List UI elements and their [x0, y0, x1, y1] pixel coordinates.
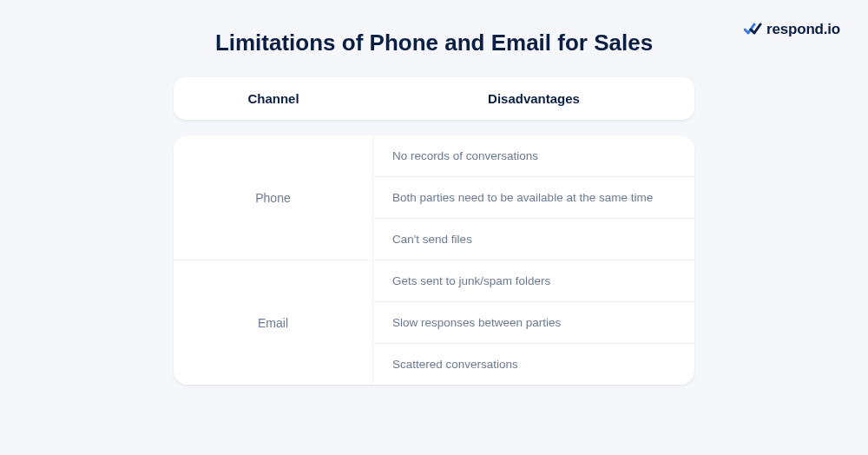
limitations-table: Channel Disadvantages Phone No records o…	[174, 77, 694, 385]
list-item: Gets sent to junk/spam folders	[373, 260, 694, 301]
header-disadvantages: Disadvantages	[373, 91, 694, 106]
table-header-row: Channel Disadvantages	[174, 77, 694, 120]
list-item: Both parties need to be available at the…	[373, 176, 694, 218]
page: Limitations of Phone and Email for Sales…	[0, 0, 868, 455]
list-item: Scattered conversations	[373, 343, 694, 385]
page-title: Limitations of Phone and Email for Sales	[215, 30, 653, 56]
table-row: Phone No records of conversations Both p…	[174, 135, 694, 260]
disadvantages-phone: No records of conversations Both parties…	[373, 135, 694, 260]
table-body: Phone No records of conversations Both p…	[174, 135, 694, 385]
channel-email: Email	[174, 260, 373, 385]
disadvantages-email: Gets sent to junk/spam folders Slow resp…	[373, 260, 694, 385]
checkmarks-icon	[744, 23, 763, 36]
list-item: No records of conversations	[373, 135, 694, 176]
header-channel: Channel	[174, 91, 373, 106]
brand-logo: respond.io	[744, 21, 840, 38]
list-item: Slow responses between parties	[373, 301, 694, 343]
table-row: Email Gets sent to junk/spam folders Slo…	[174, 260, 694, 385]
brand-name: respond.io	[766, 21, 840, 38]
channel-phone: Phone	[174, 135, 373, 260]
list-item: Can't send files	[373, 218, 694, 260]
